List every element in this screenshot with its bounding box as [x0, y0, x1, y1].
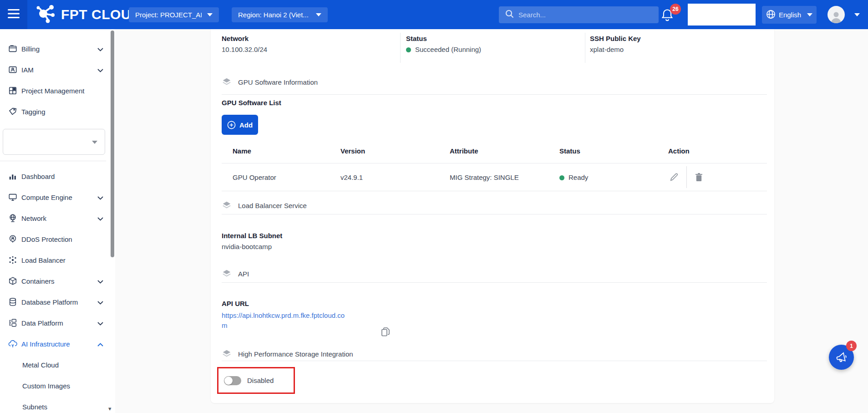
highlight-red-box: Disabled [217, 367, 295, 394]
sidebar-item-ddos-protection[interactable]: DDoS Protection [0, 229, 115, 250]
ssh-key-value: xplat-demo [590, 46, 767, 53]
chevron-down-icon [97, 277, 103, 285]
edit-button[interactable] [668, 172, 680, 183]
layers-icon [222, 269, 232, 279]
sidebar-item-network[interactable]: Network [0, 208, 115, 229]
network-label: Network [222, 35, 400, 42]
cluster-info-row: Network 10.100.32.0/24 Status Succeeded … [222, 29, 767, 63]
project-selector[interactable]: Project: PROJECT_AIC... [129, 7, 219, 22]
region-selector[interactable]: Region: Hanoi 2 (Viet... [232, 7, 328, 22]
layers-icon [222, 349, 232, 359]
sidebar-item-custom-images[interactable]: Custom Images [0, 375, 115, 396]
sidebar-item-load-balancer[interactable]: Load Balancer [0, 250, 115, 270]
status-label: Status [406, 35, 585, 42]
sidebar-item-label: AI Infrastructure [21, 340, 97, 348]
avatar [827, 6, 845, 23]
fpt-cloud-logo[interactable]: FPT CLOUD [36, 0, 141, 29]
column-header-version: Version [330, 147, 439, 155]
section-divider [222, 361, 767, 361]
chevron-down-icon [854, 13, 860, 16]
sidebar-item-label: Compute Engine [21, 194, 97, 201]
copy-button[interactable] [381, 327, 390, 338]
ai-cloud-icon [8, 339, 18, 349]
sidebar-item-compute-engine[interactable]: Compute Engine [0, 187, 115, 208]
sidebar-item-label: Load Balancer [21, 256, 103, 264]
chevron-down-icon [807, 13, 812, 16]
monitor-icon [8, 192, 18, 202]
chevron-down-icon [316, 13, 321, 16]
megaphone-icon [834, 350, 849, 365]
cell-status: Ready [548, 173, 657, 181]
sidebar-select[interactable] [3, 129, 105, 155]
section-divider [222, 214, 767, 214]
chevron-down-icon [97, 194, 103, 201]
sidebar-item-label: Dashboard [21, 173, 103, 180]
sidebar-item-dashboard[interactable]: Dashboard [0, 166, 115, 187]
tag-icon [8, 107, 18, 117]
sidebar-item-label: Network [21, 214, 97, 222]
column-header-name: Name [222, 147, 330, 155]
column-header-action: Action [657, 147, 767, 155]
api-url-label: API URL [222, 300, 767, 307]
sidebar-item-project-management[interactable]: Project Management [0, 80, 115, 101]
hpsi-toggle-switch-off[interactable] [224, 376, 241, 385]
delete-button[interactable] [694, 172, 704, 183]
status-dot-green [406, 47, 411, 52]
sidebar-item-ai-infrastructure[interactable]: AI Infrastructure [0, 333, 115, 354]
language-label: English [779, 11, 801, 19]
api-url-block: API URL https://api.lnohtkcw.prd.m.fke.f… [222, 300, 767, 331]
chevron-down-icon [97, 298, 103, 306]
language-selector[interactable]: English [762, 6, 817, 24]
column-header-attribute: Attribute [439, 147, 548, 155]
action-divider [686, 166, 687, 188]
top-navigation-bar: FPT CLOUD Project: PROJECT_AIC... Region… [0, 0, 868, 29]
toggle-knob [224, 377, 233, 385]
sidebar-item-label: Data Platform [21, 319, 97, 327]
sidebar-item-metal-cloud[interactable]: Metal Cloud [0, 354, 115, 375]
chevron-down-icon [97, 45, 103, 53]
hpsi-toggle-label: Disabled [247, 377, 274, 384]
sidebar-item-label: DDoS Protection [21, 235, 103, 243]
sidebar-item-label: Subnets [22, 403, 103, 411]
globe-icon [766, 10, 776, 20]
plus-circle-icon [227, 121, 236, 129]
pencil-icon [669, 173, 679, 182]
sidebar-item-iam[interactable]: IAM [0, 59, 115, 80]
table-header-row: Name Version Attribute Status Action [222, 138, 767, 163]
sidebar-scrollbar[interactable] [111, 31, 114, 257]
section-load-balancer-service: Load Balancer Service [222, 200, 767, 211]
search-input[interactable] [518, 11, 652, 19]
api-url-link[interactable]: https://api.lnohtkcw.prd.m.fke.fptcloud.… [222, 311, 345, 331]
sidebar-item-billing[interactable]: Billing [0, 38, 115, 59]
user-menu[interactable] [827, 6, 860, 23]
sidebar-item-label: Containers [21, 277, 97, 285]
wallet-icon [8, 44, 18, 54]
sidebar-item-label: IAM [21, 66, 97, 74]
id-card-icon [8, 65, 18, 75]
search-icon [505, 10, 514, 20]
layers-icon [222, 200, 232, 210]
fpt-logo-icon [36, 4, 56, 25]
sidebar-item-containers[interactable]: Containers [0, 270, 115, 291]
hamburger-icon [8, 9, 20, 20]
add-gpu-software-button[interactable]: Add [222, 115, 258, 135]
chevron-down-icon [97, 214, 103, 222]
sidebar-item-data-platform[interactable]: Data Platform [0, 312, 115, 333]
section-api: API [222, 268, 767, 279]
gpu-software-table: Name Version Attribute Status Action GPU… [222, 138, 767, 191]
sidebar-item-label: Metal Cloud [22, 361, 103, 369]
cluster-detail-card: Network 10.100.32.0/24 Status Succeeded … [211, 29, 774, 403]
status-dot-green [559, 175, 564, 180]
sidebar-item-subnets[interactable]: Subnets [0, 396, 115, 413]
sidebar-item-database-platform[interactable]: Database Platform [0, 291, 115, 312]
cell-attribute: MIG Strategy: SINGLE [439, 173, 548, 181]
sidebar-item-label: Database Platform [21, 298, 97, 306]
sidebar-scroll-down-icon[interactable]: ▾ [108, 405, 112, 412]
copy-icon [381, 327, 390, 337]
sidebar-item-tagging[interactable]: Tagging [0, 101, 115, 122]
region-selector-label: Region: Hanoi 2 (Viet... [238, 11, 310, 19]
data-stack-icon [8, 318, 18, 328]
global-search[interactable] [499, 6, 659, 23]
sidebar-item-label: Billing [21, 45, 97, 53]
hamburger-menu-button[interactable] [0, 0, 27, 29]
